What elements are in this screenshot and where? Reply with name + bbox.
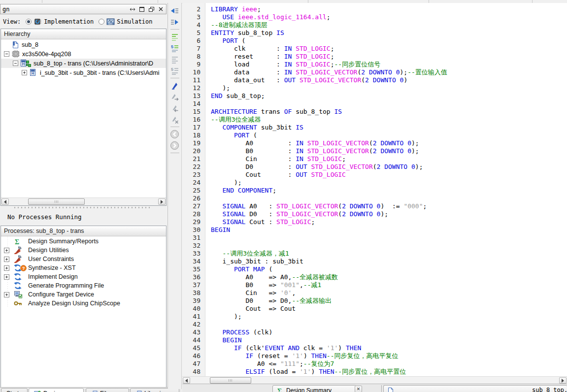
hierarchy-item-1[interactable]: xc3s500e-4pq208 (1, 49, 166, 59)
hierarchy-hscrollbar[interactable] (1, 197, 166, 205)
code-token: ( (338, 202, 342, 210)
code-token (234, 187, 238, 194)
process-status-row: No Processes Running (0, 210, 167, 224)
tree-expander[interactable] (13, 61, 18, 66)
code-line-32 (211, 242, 567, 250)
svg-text:Σ: Σ (277, 388, 282, 392)
radio-simulation[interactable] (99, 19, 104, 25)
code-token: 2 (342, 202, 346, 210)
close-tab-button[interactable]: ✕ (355, 386, 362, 392)
code-line-15: ARCHITECTURE trans OF sub_8_top IS (211, 108, 567, 116)
code-token: AND (288, 344, 300, 352)
code-token: DOWNTO (384, 163, 407, 170)
process-item-label: Synthesize - XST (27, 264, 76, 271)
process-item-label: Generate Programming File (22, 282, 104, 289)
close-button[interactable] (157, 6, 164, 12)
libraries-tab-icon (135, 391, 142, 392)
process-item-4[interactable]: Implement Design (1, 272, 166, 281)
code-token: A0 : (245, 202, 276, 210)
lines-disabled-button[interactable] (169, 54, 180, 65)
code-token: ; (327, 13, 331, 21)
code-line-22: D0 : OUT STD_LOGIC_VECTOR(2 DOWNTO 0); (211, 163, 567, 171)
radio-implementation[interactable] (26, 19, 32, 25)
code-token (392, 68, 396, 76)
scroll-right-arrow[interactable] (158, 198, 166, 205)
code-line-27: SIGNAL A0 : STD_LOGIC_VECTOR(2 DOWNTO 0)… (211, 202, 567, 210)
tree-expander[interactable] (4, 265, 9, 271)
tree-expander[interactable] (4, 248, 9, 253)
process-item-3[interactable]: ?Synthesize - XST (1, 263, 166, 272)
code-token: "000" (403, 202, 423, 210)
line-number: 8 (182, 53, 205, 61)
panel-tab-design[interactable]: Design (29, 388, 84, 392)
tree-expander[interactable] (22, 70, 27, 75)
scroll-left-arrow[interactable] (1, 198, 9, 205)
code-token: ); (415, 163, 423, 170)
hierarchy-item-0[interactable]: sub_8 (1, 40, 166, 49)
scroll-right-arrow[interactable] (559, 377, 567, 384)
code-token: '1' (292, 352, 303, 359)
line-number: 43 (182, 328, 205, 336)
hierarchy-item-2[interactable]: Hsub_8_top - trans (C:\Users\Administrat… (1, 59, 166, 68)
line-number: 48 (182, 368, 205, 376)
nav-forward-button[interactable] (169, 140, 180, 151)
code-token: IF (234, 344, 242, 352)
code-token: STD_LOGIC (296, 61, 330, 68)
clear-bookmarks-button[interactable] (169, 114, 180, 125)
code-token: IS (296, 124, 303, 131)
next-bookmark-button[interactable] (169, 92, 180, 102)
code-token: sub_8_top (234, 29, 276, 36)
toolbar-separator (170, 29, 179, 30)
process-item-5[interactable]: Generate Programming File (1, 281, 166, 290)
process-item-0[interactable]: ΣDesign Summary/Reports (1, 237, 166, 246)
float-window-button[interactable] (129, 6, 136, 12)
restore-button[interactable] (148, 6, 155, 12)
prev-bookmark-button[interactable] (169, 103, 180, 113)
process-item-1[interactable]: Design Utilities (1, 246, 166, 255)
code-line-44: BEGIN (211, 336, 567, 344)
goto-line-button[interactable]: 5 (169, 43, 180, 53)
code-editor[interactable]: 2345678910111213141516171819202122232425… (182, 3, 567, 376)
editor-hscrollbar[interactable] (182, 376, 567, 384)
code-token (365, 68, 369, 76)
process-status-text: No Processes Running (7, 213, 82, 221)
view-option-label: Implementation (44, 18, 94, 25)
outdent-button[interactable] (169, 5, 180, 16)
editor-tab-design-summary[interactable]: ΣDesign Summary (272, 385, 356, 392)
process-item-6[interactable]: Configure Target Device (1, 290, 166, 299)
hierarchy-item-label: sub_8_top - trans (C:\Users\Administrato… (31, 60, 153, 67)
panel-tab-files[interactable]: Files (86, 388, 129, 392)
toggle-bookmark-button[interactable] (169, 80, 180, 91)
editor-scroll-thumb[interactable] (210, 377, 251, 384)
scroll-left-arrow[interactable] (183, 377, 190, 384)
tree-expander[interactable] (4, 51, 9, 57)
view-label: View: (0, 18, 26, 25)
code-token: i_sub_3bit : sub_3bit (211, 258, 303, 265)
hierarchy-item-3[interactable]: Hi_sub_3bit - sub_3bit - trans (C:\Users… (1, 68, 166, 77)
code-area[interactable]: LIBRARY ieee; USE ieee.std_logic_1164.al… (206, 3, 567, 376)
panel-splitter[interactable] (0, 206, 167, 209)
process-item-7[interactable]: Analyze Design Using ChipScope (1, 299, 166, 308)
nav-back-button[interactable] (169, 129, 180, 139)
lines-disabled-icon (171, 56, 179, 64)
code-line-42 (211, 321, 567, 328)
tree-expander[interactable] (4, 257, 9, 262)
tree-expander[interactable] (4, 274, 9, 280)
goto-line-disabled-button[interactable]: 5 (169, 65, 180, 76)
code-token (211, 328, 222, 336)
process-item-2[interactable]: User Constraints (1, 255, 166, 263)
code-token: Cin : (211, 155, 296, 163)
tree-expander[interactable] (4, 292, 9, 297)
indent-button[interactable] (169, 17, 180, 27)
code-token: --全减器输出 (292, 297, 332, 304)
chip-icon (12, 50, 20, 58)
panel-tab-start[interactable]: Start (1, 388, 28, 392)
chipscope-key-icon (13, 300, 22, 306)
code-token: --调用3位全减器 (211, 116, 261, 123)
maximize-button[interactable] (138, 6, 145, 12)
hierarchy-scroll-thumb[interactable] (28, 198, 85, 205)
code-token: IN (296, 147, 303, 155)
code-token: PORT (222, 37, 237, 44)
highlight-lines-button[interactable] (169, 32, 180, 42)
line-number: 23 (182, 171, 205, 179)
